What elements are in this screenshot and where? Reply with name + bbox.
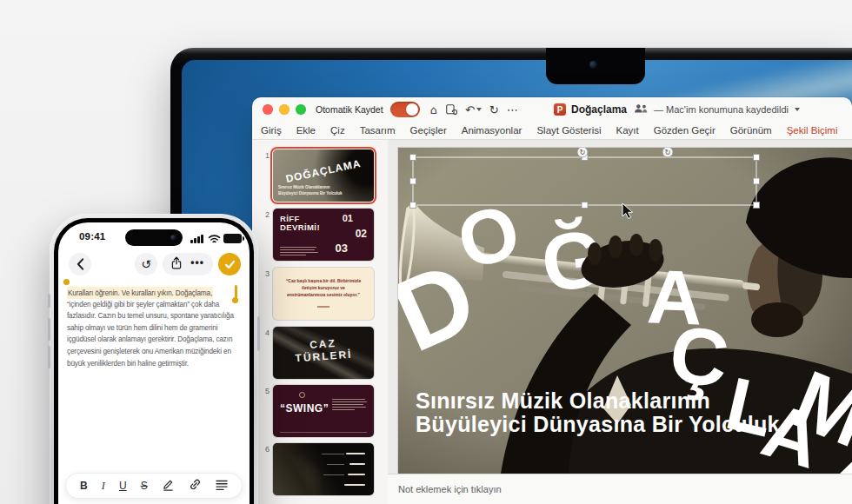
editor-nav-bar: ↺ ••• xyxy=(69,252,241,276)
status-bar: 09:41 xyxy=(58,228,250,247)
thumb5-footer-rule xyxy=(280,432,367,433)
strikethrough-button[interactable]: S xyxy=(141,481,148,491)
tab-gorunum[interactable]: Görünüm xyxy=(730,125,772,136)
save-status-chevron-icon[interactable] xyxy=(795,108,800,111)
save-icon[interactable] xyxy=(445,103,457,116)
notes-pane[interactable]: Not eklemek için tıklayın xyxy=(388,474,852,504)
tab-kayit[interactable]: Kayıt xyxy=(616,125,639,136)
front-camera-icon xyxy=(170,235,176,241)
slide-thumbnail-5[interactable]: “SWING” xyxy=(273,385,374,437)
thumb2-num-02: 02 xyxy=(356,228,367,240)
slide-number-2: 2 xyxy=(257,210,270,219)
tab-animasyonlar[interactable]: Animasyonlar xyxy=(462,125,523,136)
thumb5-title: “SWING” xyxy=(280,402,329,414)
zoom-window-button[interactable] xyxy=(296,104,306,115)
iphone-screen: 09:41 ↺ xyxy=(58,222,250,504)
battery-icon xyxy=(223,234,242,243)
redo-icon[interactable]: ↻ xyxy=(489,104,499,116)
cellular-signal-icon xyxy=(190,235,204,243)
slide-canvas[interactable]: D O Ğ A Ç L A M xyxy=(398,148,852,474)
slide-thumbnail-panel: 1 DOĞAÇLAMA Sınırsız Müzik Olanaklarının… xyxy=(252,140,388,504)
minimize-window-button[interactable] xyxy=(279,104,290,115)
display-notch xyxy=(546,48,645,84)
slide-thumbnail-3[interactable]: “Caz başlı başına bir dil. Birbirimizle … xyxy=(273,268,374,320)
home-icon[interactable]: ⌂ xyxy=(430,104,437,116)
powerpoint-window: Otomatik Kaydet ⌂ ↶ ↻ ⋯ P Doğaçlama xyxy=(252,97,852,504)
thumb2-paragraph-lines xyxy=(280,245,318,255)
iphone: 09:41 ↺ xyxy=(50,214,258,504)
underline-button[interactable]: U xyxy=(119,481,127,491)
window-titlebar: Otomatik Kaydet ⌂ ↶ ↻ ⋯ P Doğaçlama xyxy=(252,97,852,122)
format-toolbar: B I U S xyxy=(65,473,243,499)
tab-gecisler[interactable]: Geçişler xyxy=(410,125,447,136)
selection-end-bar[interactable] xyxy=(235,285,237,298)
slide-editing-area: D O Ğ A Ç L A M xyxy=(388,140,852,474)
collaborators-icon[interactable] xyxy=(634,102,648,117)
tab-sekil-bicimi[interactable]: Şekil Biçimi xyxy=(787,125,838,136)
done-check-button[interactable] xyxy=(218,253,241,275)
text-align-button[interactable] xyxy=(216,478,228,494)
status-time: 09:41 xyxy=(79,231,105,242)
marketing-composite: { "menu_bar": { "app_name": "PowerPoint"… xyxy=(0,0,852,504)
thumb5-paragraph-lines xyxy=(332,397,367,410)
tab-slayt-gosterisi[interactable]: Slayt Gösterisi xyxy=(536,125,601,136)
slide-thumbnail-4[interactable]: CAZTÜRLERİ xyxy=(273,327,374,379)
slide-number-3: 3 xyxy=(257,269,270,278)
close-window-button[interactable] xyxy=(263,104,273,115)
ribbon-tab-bar: Giriş Ekle Çiz Tasarım Geçişler Animasyo… xyxy=(252,122,852,140)
check-icon xyxy=(224,259,236,270)
autosave-toggle[interactable] xyxy=(390,102,420,117)
powerpoint-app-icon: P xyxy=(554,103,566,116)
highlighter-pen-button[interactable] xyxy=(162,478,175,494)
thumb2-num-01: 01 xyxy=(343,213,353,223)
undo-dropdown-icon[interactable] xyxy=(476,108,482,111)
bold-button[interactable]: B xyxy=(80,481,88,491)
slide-thumbnail-2[interactable]: RİFF DEVRİMİ! 01 02 03 xyxy=(273,209,374,261)
camera-icon xyxy=(589,61,597,69)
link-button[interactable] xyxy=(189,478,202,494)
highlighted-sentence[interactable]: Kuralları öğrenin. Ve kuralları yıkın. D… xyxy=(67,287,213,299)
tab-ekle[interactable]: Ekle xyxy=(296,125,316,136)
slide-number-5: 5 xyxy=(257,387,270,395)
undo-button[interactable]: ↶ xyxy=(465,104,482,116)
notes-placeholder[interactable]: Not eklemek için tıklayın xyxy=(398,484,502,494)
dynamic-island xyxy=(125,229,183,246)
thumb3-quote: “Caz başlı başına bir dil. Birbirimizle … xyxy=(283,278,364,298)
tab-ciz[interactable]: Çiz xyxy=(330,125,345,136)
thumb5-ring-decor xyxy=(299,392,305,398)
back-button[interactable] xyxy=(69,253,91,275)
more-toolbar-icon[interactable]: ⋯ xyxy=(507,104,518,116)
svg-text:↻: ↻ xyxy=(579,148,585,156)
document-title[interactable]: Doğaçlama xyxy=(571,103,627,116)
note-body-text: “içinden geldiği gibi bir şeyler çalmakt… xyxy=(67,301,234,368)
wifi-icon xyxy=(208,232,221,248)
slide-number-6: 6 xyxy=(257,445,270,454)
tab-tasarim[interactable]: Tasarım xyxy=(360,125,396,136)
slide-thumbnail-1-selected[interactable]: DOĞAÇLAMA Sınırsız Müzik OlanaklarınınBü… xyxy=(273,149,374,202)
volume-up-button[interactable] xyxy=(48,318,50,341)
action-button[interactable] xyxy=(48,294,50,308)
thumb3-byline xyxy=(317,306,329,308)
more-button[interactable]: ••• xyxy=(190,262,204,267)
thumb1-subtitle: Sınırsız Müzik OlanaklarınınBüyüleyici D… xyxy=(278,185,343,196)
back-chevron-icon xyxy=(77,258,84,270)
volume-down-button[interactable] xyxy=(48,346,50,368)
selection-end-handle[interactable] xyxy=(232,297,238,303)
italic-button[interactable]: I xyxy=(102,481,105,491)
selection-start-handle[interactable] xyxy=(63,279,70,285)
svg-text:Sınırsız Müzik Olanaklarının: Sınırsız Müzik Olanaklarının xyxy=(416,388,710,413)
share-more-group: ••• xyxy=(163,253,213,275)
undo-icon: ↺ xyxy=(141,258,151,270)
share-button[interactable] xyxy=(171,256,182,273)
thumb2-num-03: 03 xyxy=(336,242,348,255)
slide-number-1: 1 xyxy=(257,151,270,160)
thumb2-title: RİFF DEVRİMİ! xyxy=(280,215,325,232)
note-text-editor[interactable]: Kuralları öğrenin. Ve kuralları yıkın. D… xyxy=(67,287,237,369)
thumb6-saxophone-photo xyxy=(273,443,374,495)
tab-gozden-gecir[interactable]: Gözden Geçir xyxy=(654,125,716,136)
power-button[interactable] xyxy=(257,316,260,351)
save-location-status[interactable]: — Mac'im konumuna kaydedildi xyxy=(654,104,789,115)
slide-thumbnail-6[interactable] xyxy=(273,443,374,495)
undo-button[interactable]: ↺ xyxy=(135,253,157,275)
tab-giris[interactable]: Giriş xyxy=(261,125,282,136)
